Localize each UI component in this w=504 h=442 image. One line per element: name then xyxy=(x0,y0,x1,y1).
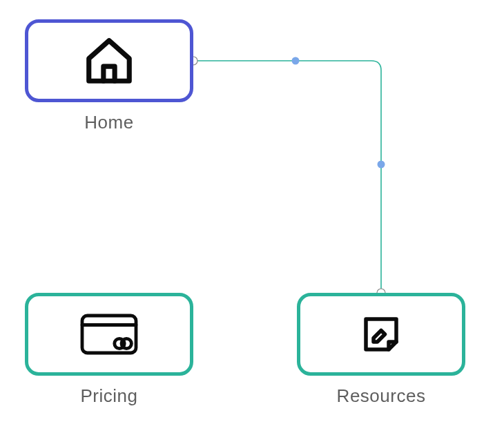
node-resources[interactable]: Resources xyxy=(297,293,465,407)
node-pricing[interactable]: Pricing xyxy=(25,293,193,407)
node-home-box xyxy=(25,19,193,102)
credit-card-icon xyxy=(78,310,140,358)
node-pricing-box xyxy=(25,293,193,376)
node-resources-box xyxy=(297,293,465,376)
diagram-canvas: Home Pricing xyxy=(0,0,504,442)
node-pricing-label: Pricing xyxy=(81,385,138,407)
house-icon xyxy=(82,34,136,88)
note-icon xyxy=(358,311,404,357)
svg-point-2 xyxy=(292,57,300,65)
node-home[interactable]: Home xyxy=(25,19,193,133)
svg-point-7 xyxy=(122,338,131,348)
svg-point-3 xyxy=(378,161,385,169)
node-home-label: Home xyxy=(84,112,133,133)
node-resources-label: Resources xyxy=(337,385,426,407)
